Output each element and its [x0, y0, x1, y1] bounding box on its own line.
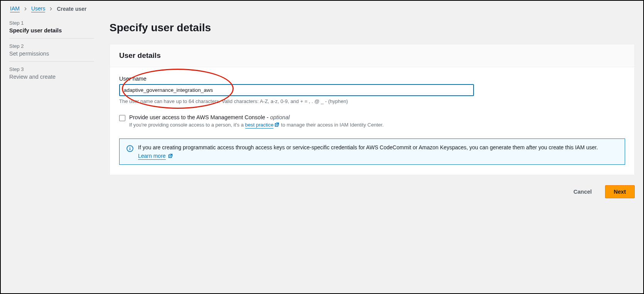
- wizard-step-3[interactable]: Step 3 Review and create: [9, 62, 94, 84]
- next-button[interactable]: Next: [605, 185, 635, 198]
- username-hint: The user name can have up to 64 characte…: [119, 98, 625, 104]
- best-practice-link[interactable]: best practice: [245, 122, 274, 128]
- wizard-step-label: Step 2: [9, 43, 94, 49]
- breadcrumb-users[interactable]: Users: [31, 5, 46, 12]
- breadcrumb: IAM Users Create user: [9, 1, 635, 13]
- wizard-step-1[interactable]: Step 1 Specify user details: [9, 20, 94, 39]
- info-icon: [126, 145, 133, 152]
- chevron-right-icon: [24, 6, 27, 12]
- user-details-panel: User details User name The user name can…: [110, 44, 635, 175]
- wizard-step-label: Step 3: [9, 66, 94, 72]
- panel-header: User details: [110, 44, 634, 67]
- svg-rect-2: [130, 147, 130, 148]
- learn-more-link[interactable]: Learn more: [138, 153, 166, 160]
- page-title: Specify user details: [110, 22, 635, 34]
- external-link-icon: [274, 122, 280, 127]
- external-link-icon: [168, 153, 173, 159]
- wizard-step-title: Review and create: [9, 74, 94, 80]
- console-access-title: Provide user access to the AWS Managemen…: [129, 114, 384, 120]
- svg-rect-1: [130, 148, 130, 150]
- console-access-checkbox[interactable]: [119, 115, 125, 121]
- chevron-right-icon: [49, 6, 53, 12]
- breadcrumb-current: Create user: [57, 6, 86, 12]
- console-access-sub: If you're providing console access to a …: [129, 122, 384, 128]
- wizard-step-title: Set permissions: [9, 51, 94, 57]
- wizard-step-2[interactable]: Step 2 Set permissions: [9, 39, 94, 62]
- wizard-step-label: Step 1: [9, 20, 94, 26]
- wizard-step-title: Specify user details: [9, 27, 94, 34]
- info-box: If you are creating programmatic access …: [119, 139, 625, 165]
- breadcrumb-iam[interactable]: IAM: [10, 5, 20, 12]
- panel-header-title: User details: [119, 51, 625, 60]
- username-input[interactable]: [119, 84, 474, 96]
- info-text: If you are creating programmatic access …: [138, 144, 598, 150]
- username-label: User name: [119, 76, 625, 82]
- wizard-steps: Step 1 Specify user details Step 2 Set p…: [9, 20, 94, 198]
- wizard-footer: Cancel Next: [110, 185, 635, 198]
- cancel-button[interactable]: Cancel: [565, 185, 600, 198]
